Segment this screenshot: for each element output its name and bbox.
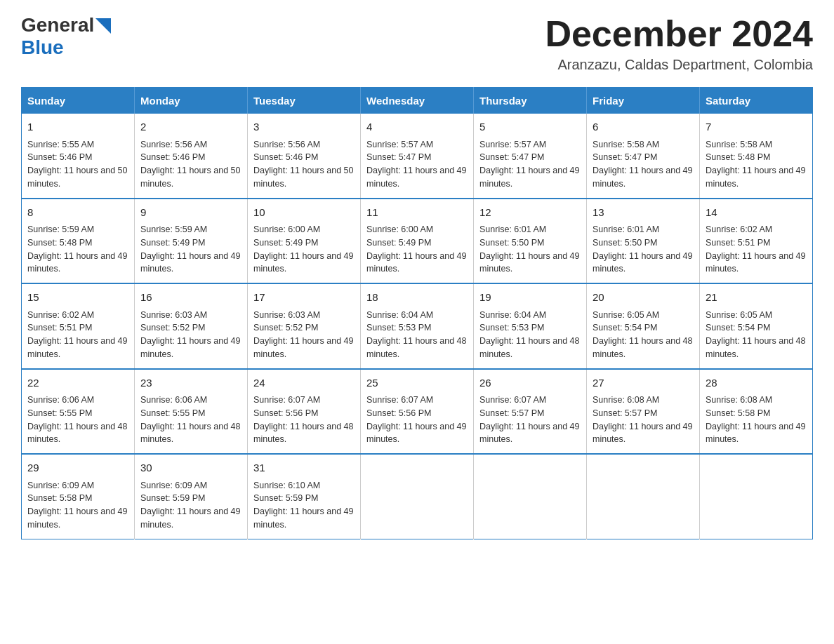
daylight-text: Daylight: 11 hours and 49 minutes. — [479, 166, 579, 189]
calendar-week-row: 29Sunrise: 6:09 AMSunset: 5:58 PMDayligh… — [22, 454, 813, 539]
sunrise-text: Sunrise: 6:07 AM — [479, 395, 546, 405]
calendar-day-cell: 9Sunrise: 5:59 AMSunset: 5:49 PMDaylight… — [135, 199, 248, 284]
daylight-text: Daylight: 11 hours and 50 minutes. — [253, 166, 353, 189]
day-number: 7 — [706, 119, 807, 135]
calendar-week-row: 8Sunrise: 5:59 AMSunset: 5:48 PMDaylight… — [22, 199, 813, 284]
sunrise-text: Sunrise: 6:04 AM — [366, 310, 433, 320]
daylight-text: Daylight: 11 hours and 49 minutes. — [366, 422, 466, 445]
calendar-day-cell — [361, 454, 474, 539]
sunset-text: Sunset: 5:52 PM — [140, 323, 205, 333]
sunset-text: Sunset: 5:54 PM — [593, 323, 657, 333]
calendar-day-header: Sunday — [22, 88, 135, 114]
calendar-day-cell: 19Sunrise: 6:04 AMSunset: 5:53 PMDayligh… — [474, 283, 587, 369]
logo-triangle-icon — [95, 18, 111, 34]
daylight-text: Daylight: 11 hours and 48 minutes. — [366, 336, 466, 359]
page-title: December 2024 — [545, 14, 813, 54]
sunset-text: Sunset: 5:46 PM — [140, 152, 205, 162]
calendar-day-header: Wednesday — [361, 88, 474, 114]
day-number: 27 — [593, 375, 694, 391]
sunrise-text: Sunrise: 6:06 AM — [140, 395, 207, 405]
day-number: 17 — [253, 290, 355, 306]
day-number: 15 — [27, 290, 128, 306]
day-number: 22 — [27, 375, 128, 391]
calendar-day-cell: 4Sunrise: 5:57 AMSunset: 5:47 PMDaylight… — [361, 114, 474, 199]
day-number: 10 — [253, 205, 355, 221]
calendar-day-header: Thursday — [474, 88, 587, 114]
day-number: 2 — [140, 119, 241, 135]
sunset-text: Sunset: 5:48 PM — [706, 152, 770, 162]
daylight-text: Daylight: 11 hours and 49 minutes. — [593, 422, 692, 445]
sunrise-text: Sunrise: 5:56 AM — [140, 140, 207, 149]
sunrise-text: Sunrise: 5:57 AM — [479, 140, 546, 149]
daylight-text: Daylight: 11 hours and 49 minutes. — [253, 251, 353, 274]
sunset-text: Sunset: 5:50 PM — [479, 238, 544, 248]
day-number: 12 — [479, 205, 581, 221]
sunrise-text: Sunrise: 6:08 AM — [706, 395, 772, 405]
sunset-text: Sunset: 5:59 PM — [140, 493, 205, 503]
sunset-text: Sunset: 5:52 PM — [253, 323, 318, 333]
calendar-day-cell: 29Sunrise: 6:09 AMSunset: 5:58 PMDayligh… — [22, 454, 135, 539]
calendar-day-cell: 13Sunrise: 6:01 AMSunset: 5:50 PMDayligh… — [587, 199, 700, 284]
sunrise-text: Sunrise: 5:58 AM — [706, 140, 772, 149]
sunrise-text: Sunrise: 6:00 AM — [366, 224, 433, 234]
daylight-text: Daylight: 11 hours and 49 minutes. — [479, 422, 579, 445]
sunrise-text: Sunrise: 5:57 AM — [366, 140, 433, 149]
daylight-text: Daylight: 11 hours and 49 minutes. — [366, 166, 466, 189]
calendar-day-cell: 2Sunrise: 5:56 AMSunset: 5:46 PMDaylight… — [135, 114, 248, 199]
daylight-text: Daylight: 11 hours and 49 minutes. — [27, 336, 127, 359]
daylight-text: Daylight: 11 hours and 49 minutes. — [27, 251, 127, 274]
sunset-text: Sunset: 5:58 PM — [27, 493, 92, 503]
logo-general-text: General — [21, 14, 94, 36]
sunrise-text: Sunrise: 6:00 AM — [253, 224, 320, 234]
calendar-week-row: 1Sunrise: 5:55 AMSunset: 5:46 PMDaylight… — [22, 114, 813, 199]
title-section: December 2024 Aranzazu, Caldas Departmen… — [545, 14, 813, 73]
calendar-day-cell: 12Sunrise: 6:01 AMSunset: 5:50 PMDayligh… — [474, 199, 587, 284]
calendar-day-cell: 1Sunrise: 5:55 AMSunset: 5:46 PMDaylight… — [22, 114, 135, 199]
calendar-header-row: SundayMondayTuesdayWednesdayThursdayFrid… — [22, 88, 813, 114]
day-number: 16 — [140, 290, 241, 306]
daylight-text: Daylight: 11 hours and 49 minutes. — [479, 251, 579, 274]
sunrise-text: Sunrise: 6:10 AM — [253, 481, 320, 490]
sunset-text: Sunset: 5:47 PM — [479, 152, 544, 162]
daylight-text: Daylight: 11 hours and 49 minutes. — [706, 251, 805, 274]
sunrise-text: Sunrise: 6:01 AM — [479, 224, 546, 234]
calendar-day-cell — [474, 454, 587, 539]
calendar-day-cell: 17Sunrise: 6:03 AMSunset: 5:52 PMDayligh… — [248, 283, 361, 369]
calendar-day-cell: 27Sunrise: 6:08 AMSunset: 5:57 PMDayligh… — [587, 369, 700, 455]
sunset-text: Sunset: 5:48 PM — [27, 238, 92, 248]
logo-blue-text: Blue — [21, 36, 64, 58]
day-number: 5 — [479, 119, 581, 135]
daylight-text: Daylight: 11 hours and 48 minutes. — [706, 336, 805, 359]
calendar-day-cell: 24Sunrise: 6:07 AMSunset: 5:56 PMDayligh… — [248, 369, 361, 455]
page-header: General Blue December 2024 Aranzazu, Cal… — [21, 14, 813, 73]
sunset-text: Sunset: 5:53 PM — [479, 323, 544, 333]
daylight-text: Daylight: 11 hours and 48 minutes. — [140, 422, 240, 445]
day-number: 31 — [253, 460, 355, 476]
calendar-day-cell: 21Sunrise: 6:05 AMSunset: 5:54 PMDayligh… — [700, 283, 813, 369]
daylight-text: Daylight: 11 hours and 49 minutes. — [253, 507, 353, 530]
day-number: 30 — [140, 460, 241, 476]
calendar-day-cell: 10Sunrise: 6:00 AMSunset: 5:49 PMDayligh… — [248, 199, 361, 284]
sunrise-text: Sunrise: 6:08 AM — [593, 395, 659, 405]
logo: General Blue — [21, 14, 111, 59]
sunset-text: Sunset: 5:49 PM — [253, 238, 318, 248]
day-number: 25 — [366, 375, 468, 391]
calendar-table: SundayMondayTuesdayWednesdayThursdayFrid… — [21, 87, 813, 539]
calendar-day-cell: 14Sunrise: 6:02 AMSunset: 5:51 PMDayligh… — [700, 199, 813, 284]
sunset-text: Sunset: 5:53 PM — [366, 323, 431, 333]
sunrise-text: Sunrise: 6:06 AM — [27, 395, 94, 405]
daylight-text: Daylight: 11 hours and 48 minutes. — [593, 336, 692, 359]
day-number: 29 — [27, 460, 128, 476]
day-number: 13 — [593, 205, 694, 221]
day-number: 14 — [706, 205, 807, 221]
daylight-text: Daylight: 11 hours and 49 minutes. — [140, 251, 240, 274]
calendar-body: 1Sunrise: 5:55 AMSunset: 5:46 PMDaylight… — [22, 114, 813, 539]
sunrise-text: Sunrise: 5:56 AM — [253, 140, 320, 149]
calendar-day-cell: 20Sunrise: 6:05 AMSunset: 5:54 PMDayligh… — [587, 283, 700, 369]
calendar-day-cell: 5Sunrise: 5:57 AMSunset: 5:47 PMDaylight… — [474, 114, 587, 199]
day-number: 4 — [366, 119, 468, 135]
calendar-day-header: Saturday — [700, 88, 813, 114]
sunrise-text: Sunrise: 6:09 AM — [27, 481, 94, 490]
calendar-header: SundayMondayTuesdayWednesdayThursdayFrid… — [22, 88, 813, 114]
calendar-day-cell: 11Sunrise: 6:00 AMSunset: 5:49 PMDayligh… — [361, 199, 474, 284]
